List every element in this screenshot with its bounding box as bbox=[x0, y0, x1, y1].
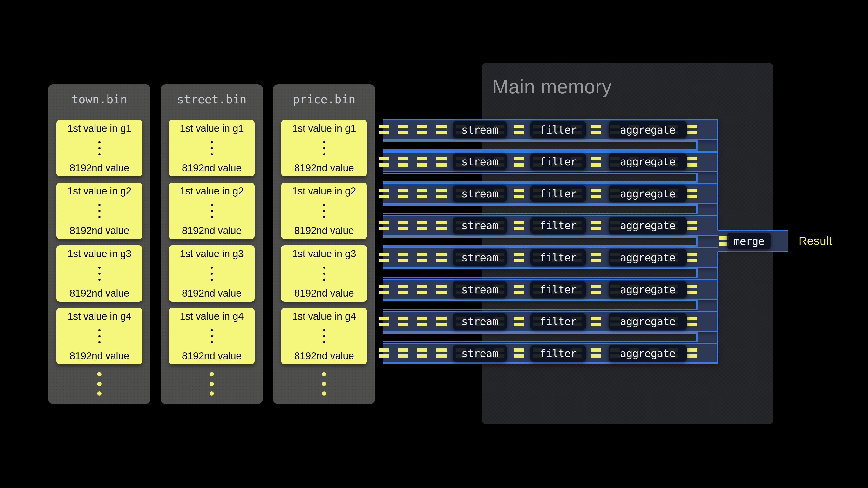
stream-op-box: stream bbox=[453, 249, 507, 266]
group-cell: 1st value in g28192nd value bbox=[56, 183, 142, 239]
vertical-ellipsis bbox=[323, 266, 325, 281]
pipeline-connector-band bbox=[383, 140, 698, 151]
ellipsis-dot bbox=[211, 335, 213, 337]
vertical-ellipsis bbox=[323, 141, 325, 156]
pipeline-row: streamfilteraggregate bbox=[383, 311, 718, 332]
pipeline-row: streamfilteraggregate bbox=[383, 215, 718, 236]
ellipsis-dot bbox=[98, 147, 100, 150]
ellipsis-dot bbox=[211, 279, 213, 281]
stream-op-box: stream bbox=[453, 281, 507, 298]
ellipsis-dot bbox=[323, 204, 325, 206]
ellipsis-dot bbox=[323, 329, 325, 331]
group-cell: 1st value in g48192nd value bbox=[169, 308, 255, 364]
pipeline-connector-band bbox=[383, 268, 698, 278]
pipeline-row: streamfilteraggregate bbox=[383, 279, 718, 300]
ellipsis-dot bbox=[211, 147, 213, 150]
group-first-value: 1st value in g1 bbox=[292, 123, 356, 134]
aggregate-op-box: aggregate bbox=[609, 313, 687, 330]
aggregate-op-box: aggregate bbox=[609, 345, 687, 362]
ellipsis-dot bbox=[323, 147, 325, 150]
group-last-value: 8192nd value bbox=[294, 162, 354, 174]
ellipsis-dot bbox=[323, 210, 325, 212]
pipeline-row: streamfilteraggregate bbox=[383, 183, 718, 204]
group-cell: 1st value in g18192nd value bbox=[281, 120, 367, 176]
aggregate-op-box: aggregate bbox=[609, 185, 687, 202]
more-groups-ellipsis bbox=[273, 372, 375, 396]
group-cell: 1st value in g48192nd value bbox=[56, 308, 142, 364]
diagram-canvas: Main memory town.bin1st value in g18192n… bbox=[0, 0, 868, 488]
stream-op-box: stream bbox=[453, 217, 507, 234]
file-name-label: street.bin bbox=[161, 92, 263, 106]
ellipsis-dot bbox=[322, 372, 326, 377]
group-last-value: 8192nd value bbox=[69, 350, 129, 362]
ellipsis-dot bbox=[98, 210, 100, 212]
group-first-value: 1st value in g3 bbox=[292, 248, 356, 260]
group-last-value: 8192nd value bbox=[182, 225, 241, 237]
ellipsis-dot bbox=[98, 279, 100, 281]
group-last-value: 8192nd value bbox=[182, 287, 241, 299]
ellipsis-dot bbox=[210, 372, 214, 377]
group-first-value: 1st value in g1 bbox=[180, 123, 244, 134]
stream-op-box: stream bbox=[453, 153, 507, 170]
vertical-ellipsis bbox=[98, 141, 100, 156]
ellipsis-dot bbox=[211, 210, 213, 212]
ellipsis-dot bbox=[98, 272, 100, 275]
vertical-ellipsis bbox=[323, 204, 325, 218]
ellipsis-dot bbox=[98, 204, 100, 206]
vertical-ellipsis bbox=[323, 329, 325, 344]
pipeline-connector-band bbox=[383, 204, 698, 215]
aggregate-op-box: aggregate bbox=[609, 249, 687, 266]
ellipsis-dot bbox=[323, 216, 325, 218]
file-name-label: price.bin bbox=[273, 92, 375, 106]
group-last-value: 8192nd value bbox=[294, 350, 354, 362]
more-groups-ellipsis bbox=[48, 372, 151, 396]
pipeline-row: streamfilteraggregate bbox=[383, 247, 718, 268]
group-cell: 1st value in g18192nd value bbox=[56, 120, 142, 176]
more-groups-ellipsis bbox=[161, 372, 263, 396]
ellipsis-dot bbox=[98, 341, 100, 344]
ellipsis-dot bbox=[97, 382, 101, 386]
file-column: street.bin1st value in g18192nd value1st… bbox=[161, 84, 263, 404]
ellipsis-dot bbox=[323, 153, 325, 156]
ellipsis-dot bbox=[97, 372, 101, 377]
group-last-value: 8192nd value bbox=[69, 287, 129, 299]
ellipsis-dot bbox=[323, 266, 325, 269]
filter-op-box: filter bbox=[530, 121, 586, 138]
aggregate-op-box: aggregate bbox=[609, 281, 687, 298]
group-first-value: 1st value in g1 bbox=[67, 123, 131, 134]
pipeline-spine-border-upper bbox=[717, 119, 718, 230]
group-cell: 1st value in g48192nd value bbox=[281, 308, 367, 364]
group-last-value: 8192nd value bbox=[294, 225, 354, 237]
group-cell: 1st value in g38192nd value bbox=[169, 245, 255, 302]
pipeline-row: streamfilteraggregate bbox=[383, 343, 718, 364]
merge-op-box: merge bbox=[727, 233, 771, 250]
file-name-label: town.bin bbox=[48, 92, 151, 106]
pipeline-connector-band bbox=[383, 300, 698, 311]
group-first-value: 1st value in g3 bbox=[180, 248, 244, 260]
filter-op-box: filter bbox=[530, 313, 586, 330]
group-cell: 1st value in g28192nd value bbox=[169, 183, 255, 239]
group-first-value: 1st value in g4 bbox=[67, 311, 131, 322]
stream-op-box: stream bbox=[453, 313, 507, 330]
ellipsis-dot bbox=[97, 391, 101, 396]
ellipsis-dot bbox=[210, 391, 214, 396]
ellipsis-dot bbox=[98, 335, 100, 337]
group-first-value: 1st value in g4 bbox=[180, 311, 244, 322]
ellipsis-dot bbox=[323, 272, 325, 275]
file-column: town.bin1st value in g18192nd value1st v… bbox=[48, 84, 151, 404]
ellipsis-dot bbox=[211, 216, 213, 218]
group-first-value: 1st value in g4 bbox=[292, 311, 356, 322]
vertical-ellipsis bbox=[98, 204, 100, 218]
ellipsis-dot bbox=[323, 279, 325, 281]
result-label: Result bbox=[799, 234, 832, 248]
group-last-value: 8192nd value bbox=[69, 225, 129, 237]
group-cell: 1st value in g38192nd value bbox=[56, 245, 142, 302]
filter-op-box: filter bbox=[530, 249, 586, 266]
ellipsis-dot bbox=[322, 382, 326, 386]
group-cell: 1st value in g28192nd value bbox=[281, 183, 367, 239]
group-last-value: 8192nd value bbox=[182, 162, 241, 174]
vertical-ellipsis bbox=[98, 329, 100, 344]
pipeline-spine-border-lower bbox=[717, 252, 718, 364]
vertical-ellipsis bbox=[211, 204, 213, 218]
group-cell: 1st value in g18192nd value bbox=[169, 120, 255, 176]
